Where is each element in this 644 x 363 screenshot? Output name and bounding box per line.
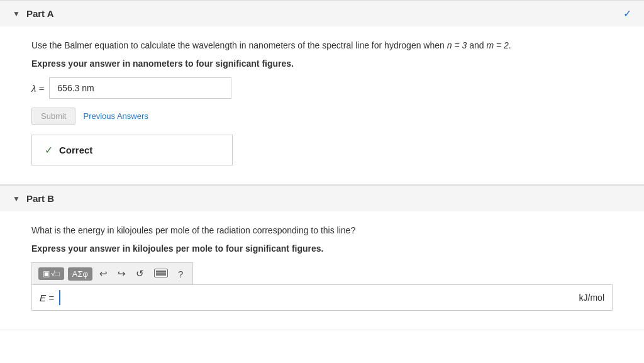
part-a-buttons-row: Submit Previous Answers — [31, 108, 613, 125]
part-b-content: What is the energy in kilojoules per mol… — [0, 211, 644, 330]
submit-button[interactable]: Submit — [31, 108, 75, 125]
keyboard-icon — [154, 269, 168, 277]
keyboard-button[interactable] — [151, 267, 171, 281]
redo-button[interactable]: ↪ — [114, 267, 129, 281]
part-a-header: ▼ Part A ✓ — [0, 0, 644, 26]
correct-text: Correct — [59, 145, 92, 155]
reset-button[interactable]: ↺ — [133, 267, 147, 281]
part-a-express-instruction: Express your answer in nanometers to fou… — [31, 59, 613, 69]
part-b-input-wrapper: ▣ √□ ΑΣφ ↩ ↪ ↺ ? E = kJ/mol — [31, 262, 613, 311]
part-b-answer-row: E = kJ/mol — [31, 284, 613, 311]
part-a-checkmark: ✓ — [623, 8, 631, 20]
part-b-title: Part B — [26, 193, 54, 204]
n-variable: n = 3 — [447, 40, 467, 50]
greek-button[interactable]: ΑΣφ — [68, 267, 92, 281]
m-variable: m = 2 — [486, 40, 508, 50]
part-a-title: Part A — [26, 8, 54, 19]
matrix-button[interactable]: ▣ √□ — [38, 267, 64, 280]
part-a-answer-row: λ = 656.3 nm — [31, 77, 613, 99]
correct-box: ✓ Correct — [31, 135, 233, 165]
matrix-icon: ▣ — [43, 269, 50, 278]
part-b-header: ▼ Part B — [0, 185, 644, 211]
part-b-answer-input[interactable] — [59, 290, 574, 305]
math-toolbar: ▣ √□ ΑΣφ ↩ ↪ ↺ ? — [31, 262, 193, 284]
help-button[interactable]: ? — [175, 267, 186, 281]
lambda-label: λ = — [31, 83, 44, 94]
part-b-section: ▼ Part B What is the energy in kilojoule… — [0, 185, 644, 330]
previous-answers-link[interactable]: Previous Answers — [83, 111, 148, 121]
unit-label: kJ/mol — [579, 293, 604, 303]
undo-button[interactable]: ↩ — [96, 267, 111, 281]
part-b-express-instruction: Express your answer in kilojoules per mo… — [31, 243, 613, 254]
part-a-content: Use the Balmer equation to calculate the… — [0, 26, 644, 184]
part-a-question: Use the Balmer equation to calculate the… — [31, 39, 613, 52]
part-a-answer-box: 656.3 nm — [49, 77, 231, 99]
e-label: E = — [40, 293, 54, 303]
part-b-chevron[interactable]: ▼ — [13, 194, 20, 203]
part-a-section: ▼ Part A ✓ Use the Balmer equation to ca… — [0, 0, 644, 185]
correct-check-icon: ✓ — [45, 144, 53, 156]
sqrt-icon: √□ — [51, 269, 60, 278]
part-b-question: What is the energy in kilojoules per mol… — [31, 224, 613, 237]
part-a-chevron[interactable]: ▼ — [13, 9, 20, 18]
